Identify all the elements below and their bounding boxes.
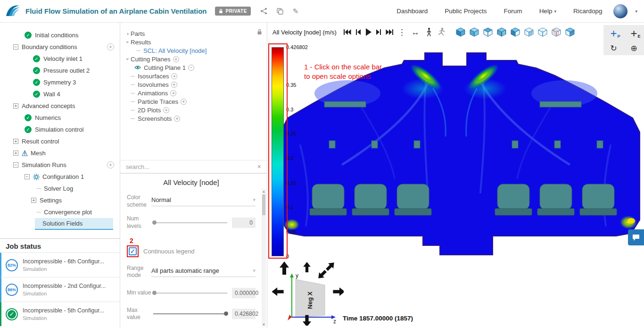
expand-icon[interactable]: + <box>31 198 36 203</box>
post-item-scl-all-velocity[interactable]: SCL: All Velocity [node] <box>120 46 267 55</box>
post-item-animations[interactable]: Animations + <box>120 89 267 97</box>
panel-grid-cube-icon[interactable] <box>565 27 575 37</box>
num-levels-value[interactable]: 0 <box>232 218 256 228</box>
run-mode-icon[interactable] <box>438 27 446 37</box>
chevron-down-icon[interactable]: › <box>125 39 131 45</box>
rotate-view-icon[interactable]: ↻ <box>610 44 617 52</box>
scroll-up-icon[interactable]: ▲ <box>262 190 266 193</box>
half-cube-icon[interactable] <box>510 27 520 37</box>
add-icon[interactable]: + <box>170 90 176 96</box>
tree-item-advanced-concepts[interactable]: + Advanced concepts <box>0 100 120 112</box>
expand-icon[interactable]: + <box>13 151 18 156</box>
tree-item-simulation-runs[interactable]: − Simulation Runs + <box>0 159 120 171</box>
scroll-down-icon[interactable]: ▼ <box>262 323 266 326</box>
nav-username[interactable]: Ricardopg <box>573 8 603 15</box>
edit-pencil-icon[interactable]: ✎ <box>293 7 299 16</box>
orientation-widget[interactable]: Neg X y z <box>272 259 344 328</box>
max-value-slider[interactable] <box>153 313 227 314</box>
color-scheme-select[interactable]: Normal ▾ <box>151 196 256 206</box>
tree-item-solution-fields[interactable]: Solution Fields <box>35 218 113 230</box>
post-item-isosurfaces[interactable]: Isosurfaces + <box>120 72 267 80</box>
post-item-2d-plots[interactable]: 2D Plots + <box>120 106 267 114</box>
post-item-results[interactable]: › Results <box>120 38 267 46</box>
tree-item-mesh[interactable]: + Mesh <box>0 147 120 159</box>
copy-icon[interactable] <box>277 8 283 15</box>
more-options-icon[interactable]: ⋮ <box>398 28 406 36</box>
tree-item-convergence-plot[interactable]: Convergence plot <box>0 206 120 218</box>
wireframe-cube-icon[interactable] <box>537 27 548 37</box>
3d-viewport[interactable]: All Velocity [node] (m/s) ⋮ ↔ <box>267 23 644 328</box>
tree-item-boundary-conditions[interactable]: − Boundary conditions + <box>0 41 120 53</box>
skip-to-end-button[interactable] <box>386 29 394 35</box>
post-item-parts[interactable]: › Parts <box>120 29 267 38</box>
share-icon[interactable] <box>260 8 267 15</box>
job-item[interactable]: ✓ Incompressible - 5th Configur... Simul… <box>0 302 120 326</box>
min-value-slider[interactable] <box>153 293 227 294</box>
add-icon[interactable]: + <box>173 56 179 62</box>
tree-item-settings[interactable]: + Settings <box>0 194 120 206</box>
num-levels-slider[interactable] <box>153 222 227 223</box>
solid-cube-icon[interactable] <box>455 27 466 37</box>
grid-cube-icon[interactable] <box>496 27 507 37</box>
pan-animation-icon[interactable]: ↔ <box>412 28 420 36</box>
tree-item-wall-4[interactable]: ✓ Wall 4 <box>0 88 120 100</box>
add-icon[interactable]: + <box>107 161 114 168</box>
tree-item-solver-log[interactable]: Solver Log <box>0 183 120 194</box>
min-value-field[interactable]: 0.000000 <box>232 288 256 298</box>
step-forward-button[interactable] <box>376 29 381 35</box>
outline-cube-icon[interactable] <box>483 27 493 37</box>
add-icon[interactable]: + <box>181 99 187 105</box>
probe-point-icon[interactable]: + P <box>610 28 617 39</box>
scrollbar-thumb[interactable] <box>262 194 265 215</box>
collapse-icon[interactable]: − <box>13 162 18 168</box>
post-item-cutting-planes[interactable]: › Cutting Planes + <box>120 55 267 63</box>
add-icon[interactable]: + <box>171 73 177 79</box>
tree-item-symmetry-3[interactable]: ✓ Symmetry 3 <box>0 76 120 88</box>
chevron-down-icon[interactable]: › <box>125 56 131 62</box>
tree-item-result-control[interactable]: + Result control <box>0 135 120 147</box>
chevron-right-icon[interactable]: › <box>125 31 131 36</box>
probe-element-icon[interactable]: + E <box>630 28 637 39</box>
add-icon[interactable]: + <box>174 116 180 122</box>
tree-item-pressure-outlet-2[interactable]: ✓ Pressure outlet 2 <box>0 65 120 76</box>
eye-icon[interactable] <box>134 65 141 70</box>
expand-icon[interactable]: + <box>13 103 18 109</box>
collapse-icon[interactable]: − <box>25 174 30 179</box>
step-back-button[interactable] <box>355 29 361 35</box>
translucent-cube-icon[interactable] <box>469 27 479 37</box>
walk-mode-icon[interactable] <box>425 27 433 37</box>
search-input[interactable] <box>126 163 254 170</box>
tree-item-velocity-inlet-1[interactable]: ✓ Velocity inlet 1 <box>0 53 120 65</box>
account-chevron-icon[interactable]: ▾ <box>635 9 637 14</box>
nav-help[interactable]: Help▾ <box>539 8 556 15</box>
slider-knob[interactable] <box>224 311 228 316</box>
slider-knob[interactable] <box>152 220 157 225</box>
support-chat-button[interactable] <box>628 229 644 245</box>
play-button[interactable] <box>365 28 372 36</box>
tree-item-simulation-control[interactable]: ✓ Simulation control <box>0 124 120 135</box>
skip-to-start-button[interactable] <box>343 29 351 35</box>
user-avatar[interactable] <box>613 4 627 18</box>
add-icon[interactable]: + <box>107 43 114 50</box>
post-item-particle-traces[interactable]: Particle Traces + <box>120 97 267 106</box>
post-item-cutting-plane-1[interactable]: Cutting Plane 1 − <box>120 63 267 72</box>
red-grid-cube-icon[interactable] <box>551 27 561 37</box>
dense-grid-cube-icon[interactable] <box>524 27 534 37</box>
slider-knob[interactable] <box>152 291 157 295</box>
post-item-screenshots[interactable]: Screenshots + <box>120 114 267 123</box>
tree-item-configuration-1[interactable]: − Configuration 1 <box>0 171 120 183</box>
continuous-legend-checkbox[interactable]: ✓ <box>129 247 137 255</box>
tree-item-numerics[interactable]: ✓ Numerics <box>0 112 120 124</box>
job-item[interactable]: 82% Incompressible - 6th Configur... Sim… <box>0 252 120 277</box>
expand-icon[interactable]: + <box>13 139 18 144</box>
add-icon[interactable]: + <box>163 107 169 113</box>
remove-icon[interactable]: − <box>188 65 194 71</box>
nav-public-projects[interactable]: Public Projects <box>445 8 487 15</box>
nav-dashboard[interactable]: Dashboard <box>396 8 428 15</box>
post-item-isovolumes[interactable]: Isovolumes + <box>120 80 267 89</box>
pick-center-icon[interactable]: ⊕ <box>630 44 637 52</box>
range-mode-select[interactable]: All parts automatic range ▾ <box>151 267 256 277</box>
collapse-icon[interactable]: − <box>13 44 18 50</box>
add-icon[interactable]: + <box>171 82 177 88</box>
nav-forum[interactable]: Forum <box>504 8 522 15</box>
